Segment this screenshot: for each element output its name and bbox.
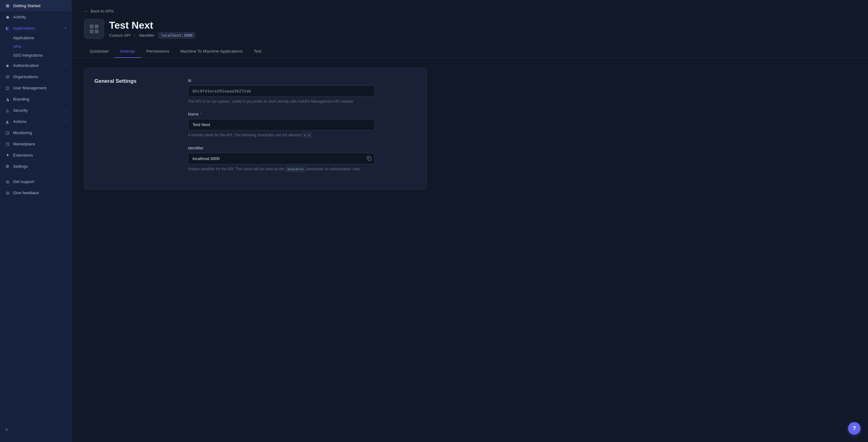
sidebar-item-label: Activity (13, 14, 26, 19)
chevron-right-icon: › (65, 86, 66, 90)
sidebar-item-label: Getting Started (13, 3, 40, 8)
name-hint: A friendly name for the API. The followi… (188, 132, 375, 138)
sidebar-item-label: Extensions (13, 153, 33, 158)
sidebar-item-label: Monitoring (13, 130, 32, 135)
activity-icon: ◉ (5, 14, 10, 19)
api-title-block: Test Next Custom API | Identifier localh… (109, 20, 195, 39)
organizations-icon: ⊡ (5, 74, 10, 79)
chevron-right-icon: › (65, 64, 66, 67)
sidebar-item-extensions[interactable]: ✦ Extensions (0, 149, 71, 161)
applications-icon: ◧ (5, 26, 10, 31)
identifier-input[interactable] (188, 153, 375, 164)
main-content: ← Back to APIs Test Next Custom API | Id… (72, 0, 868, 442)
sidebar-item-label: Give feedback (13, 191, 39, 195)
extensions-icon: ✦ (5, 152, 10, 158)
section-title-block: General Settings (94, 78, 176, 179)
feedback-icon: ◎ (5, 190, 10, 195)
tab-test[interactable]: Test (248, 45, 267, 58)
help-button[interactable]: ? (848, 422, 861, 435)
sidebar-item-label: Settings (13, 164, 28, 169)
back-arrow-icon: ← (84, 9, 88, 13)
user-management-icon: ◫ (5, 85, 10, 90)
sub-item-label: SSO Integrations (13, 53, 43, 58)
tab-settings[interactable]: Settings (114, 45, 141, 58)
sidebar-item-label: Branding (13, 97, 29, 101)
chevron-right-icon: › (65, 131, 66, 134)
sidebar-item-getting-started[interactable]: ⊞ Getting Started (0, 0, 71, 11)
name-input[interactable] (188, 119, 375, 130)
required-indicator: * (200, 112, 202, 116)
authentication-icon: ◈ (5, 63, 10, 68)
sidebar-item-activity[interactable]: ◉ Activity (0, 11, 71, 23)
identifier-label: Identifier (139, 33, 155, 38)
tab-permissions[interactable]: Permissions (141, 45, 175, 58)
api-meta: Custom API | Identifier localhost:3000 (109, 32, 195, 39)
sidebar-item-label: Authentication (13, 63, 39, 68)
sidebar-collapse-button[interactable]: « (0, 423, 71, 436)
sub-item-label: Applications (13, 36, 34, 40)
api-icon (84, 19, 104, 39)
identifier-hint-code: audience (285, 167, 306, 172)
chevron-right-icon: › (65, 109, 66, 112)
sidebar-item-get-support[interactable]: ◎ Get support (0, 176, 71, 187)
sidebar: ⊞ Getting Started ◉ Activity ◧ Applicati… (0, 0, 72, 442)
tab-m2m[interactable]: Machine To Machine Applications (175, 45, 248, 58)
sidebar-sub-item-sso[interactable]: SSO Integrations (0, 51, 71, 60)
identifier-value: localhost:3000 (158, 32, 195, 39)
back-link[interactable]: ← Back to APIs (84, 9, 856, 13)
svg-rect-0 (90, 25, 93, 28)
sidebar-item-branding[interactable]: ◮ Branding › (0, 93, 71, 105)
svg-rect-3 (95, 30, 98, 33)
sidebar-item-organizations[interactable]: ⊡ Organizations (0, 71, 71, 82)
identifier-label-field: Identifier (188, 146, 375, 150)
sidebar-item-authentication[interactable]: ◈ Authentication › (0, 60, 71, 71)
chevron-down-icon: ▾ (65, 27, 66, 30)
id-field-group: Id The API id on our system. Useful if y… (188, 78, 375, 104)
id-label: Id (188, 78, 375, 83)
getting-started-icon: ⊞ (5, 3, 10, 8)
sidebar-divider (0, 174, 71, 174)
sidebar-item-user-management[interactable]: ◫ User Management › (0, 82, 71, 93)
settings-fields: Id The API id on our system. Useful if y… (188, 78, 416, 179)
collapse-icon: « (5, 426, 8, 433)
sidebar-item-applications[interactable]: ◧ Applications ▾ (0, 23, 71, 34)
sidebar-item-label: Get support (13, 179, 34, 184)
back-link-label: Back to APIs (91, 9, 114, 13)
svg-rect-1 (95, 25, 98, 28)
sidebar-item-label: Actions (13, 119, 27, 124)
name-hint-code: < > (302, 133, 312, 138)
name-label: Name * (188, 112, 375, 116)
settings-card: General Settings Id The API id on our sy… (84, 68, 427, 190)
identifier-hint: Unique identifier for the API. This valu… (188, 166, 375, 172)
sidebar-item-label: User Management (13, 86, 46, 90)
copy-identifier-button[interactable] (367, 156, 372, 161)
marketplace-icon: ◳ (5, 141, 10, 146)
settings-icon: ⚙ (5, 164, 10, 169)
identifier-field-group: Identifier Unique identifier f (188, 146, 375, 172)
page-header: ← Back to APIs Test Next Custom API | Id… (72, 0, 868, 45)
tabs-nav: Quickstart Settings Permissions Machine … (72, 45, 868, 58)
sidebar-sub-item-applications[interactable]: Applications (0, 34, 71, 42)
sidebar-item-settings[interactable]: ⚙ Settings (0, 161, 71, 172)
sidebar-sub-item-apis[interactable]: APIs (0, 42, 71, 51)
sidebar-item-label: Security (13, 108, 28, 113)
sidebar-item-monitoring[interactable]: ◲ Monitoring › (0, 127, 71, 138)
support-icon: ◎ (5, 179, 10, 184)
sidebar-item-give-feedback[interactable]: ◎ Give feedback (0, 187, 71, 198)
sidebar-item-marketplace[interactable]: ◳ Marketplace (0, 138, 71, 149)
meta-separator: | (134, 33, 135, 38)
settings-content: General Settings Id The API id on our sy… (72, 58, 868, 442)
sidebar-item-actions[interactable]: ◭ Actions › (0, 116, 71, 127)
id-input[interactable] (188, 85, 375, 97)
chevron-right-icon: › (65, 97, 66, 101)
sidebar-item-security[interactable]: ◬ Security › (0, 105, 71, 116)
actions-icon: ◭ (5, 119, 10, 124)
api-title: Test Next (109, 20, 195, 31)
section-title: General Settings (94, 78, 176, 84)
chevron-right-icon: › (65, 120, 66, 123)
id-hint: The API id on our system. Useful if you … (188, 99, 375, 104)
branding-icon: ◮ (5, 97, 10, 101)
tab-quickstart[interactable]: Quickstart (84, 45, 114, 58)
sidebar-item-label: Marketplace (13, 142, 35, 146)
sidebar-item-label: Applications (13, 26, 35, 31)
